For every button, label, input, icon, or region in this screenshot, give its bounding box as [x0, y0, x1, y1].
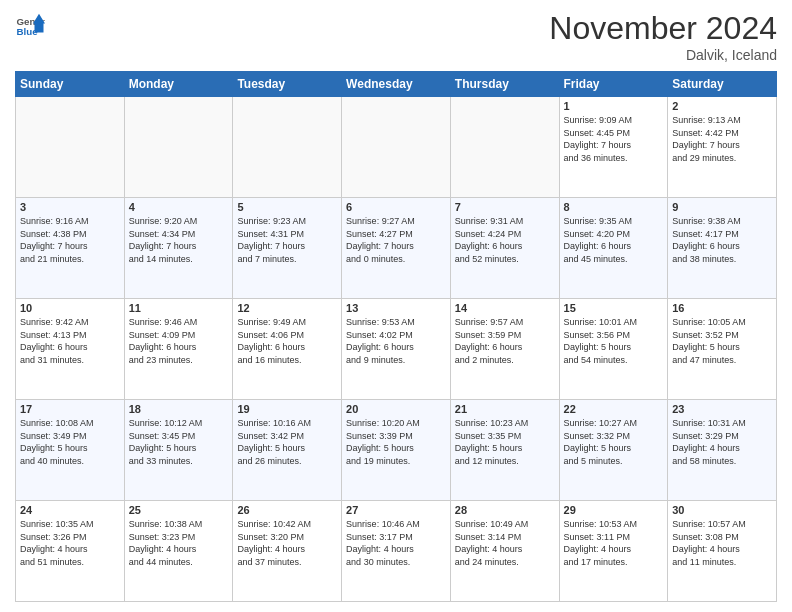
day-info: Sunrise: 10:23 AM Sunset: 3:35 PM Daylig…: [455, 417, 555, 467]
table-row: [342, 97, 451, 198]
day-number: 15: [564, 302, 664, 314]
table-row: 30Sunrise: 10:57 AM Sunset: 3:08 PM Dayl…: [668, 501, 777, 602]
calendar-week-2: 3Sunrise: 9:16 AM Sunset: 4:38 PM Daylig…: [16, 198, 777, 299]
header-tuesday: Tuesday: [233, 72, 342, 97]
day-info: Sunrise: 9:16 AM Sunset: 4:38 PM Dayligh…: [20, 215, 120, 265]
day-number: 6: [346, 201, 446, 213]
table-row: 27Sunrise: 10:46 AM Sunset: 3:17 PM Dayl…: [342, 501, 451, 602]
day-info: Sunrise: 10:01 AM Sunset: 3:56 PM Daylig…: [564, 316, 664, 366]
table-row: 11Sunrise: 9:46 AM Sunset: 4:09 PM Dayli…: [124, 299, 233, 400]
day-info: Sunrise: 10:38 AM Sunset: 3:23 PM Daylig…: [129, 518, 229, 568]
day-info: Sunrise: 10:35 AM Sunset: 3:26 PM Daylig…: [20, 518, 120, 568]
day-number: 1: [564, 100, 664, 112]
table-row: 29Sunrise: 10:53 AM Sunset: 3:11 PM Dayl…: [559, 501, 668, 602]
day-number: 24: [20, 504, 120, 516]
table-row: 15Sunrise: 10:01 AM Sunset: 3:56 PM Dayl…: [559, 299, 668, 400]
day-number: 7: [455, 201, 555, 213]
day-number: 21: [455, 403, 555, 415]
calendar-header-row: Sunday Monday Tuesday Wednesday Thursday…: [16, 72, 777, 97]
day-number: 3: [20, 201, 120, 213]
table-row: [450, 97, 559, 198]
day-info: Sunrise: 10:27 AM Sunset: 3:32 PM Daylig…: [564, 417, 664, 467]
table-row: 10Sunrise: 9:42 AM Sunset: 4:13 PM Dayli…: [16, 299, 125, 400]
header-saturday: Saturday: [668, 72, 777, 97]
day-number: 4: [129, 201, 229, 213]
day-number: 13: [346, 302, 446, 314]
table-row: [233, 97, 342, 198]
calendar-week-5: 24Sunrise: 10:35 AM Sunset: 3:26 PM Dayl…: [16, 501, 777, 602]
day-info: Sunrise: 9:09 AM Sunset: 4:45 PM Dayligh…: [564, 114, 664, 164]
day-info: Sunrise: 10:12 AM Sunset: 3:45 PM Daylig…: [129, 417, 229, 467]
header-friday: Friday: [559, 72, 668, 97]
table-row: 8Sunrise: 9:35 AM Sunset: 4:20 PM Daylig…: [559, 198, 668, 299]
day-number: 5: [237, 201, 337, 213]
table-row: 6Sunrise: 9:27 AM Sunset: 4:27 PM Daylig…: [342, 198, 451, 299]
table-row: 3Sunrise: 9:16 AM Sunset: 4:38 PM Daylig…: [16, 198, 125, 299]
day-info: Sunrise: 10:42 AM Sunset: 3:20 PM Daylig…: [237, 518, 337, 568]
day-number: 23: [672, 403, 772, 415]
table-row: 21Sunrise: 10:23 AM Sunset: 3:35 PM Dayl…: [450, 400, 559, 501]
calendar-week-3: 10Sunrise: 9:42 AM Sunset: 4:13 PM Dayli…: [16, 299, 777, 400]
table-row: 7Sunrise: 9:31 AM Sunset: 4:24 PM Daylig…: [450, 198, 559, 299]
table-row: 4Sunrise: 9:20 AM Sunset: 4:34 PM Daylig…: [124, 198, 233, 299]
table-row: 24Sunrise: 10:35 AM Sunset: 3:26 PM Dayl…: [16, 501, 125, 602]
day-info: Sunrise: 9:53 AM Sunset: 4:02 PM Dayligh…: [346, 316, 446, 366]
table-row: 17Sunrise: 10:08 AM Sunset: 3:49 PM Dayl…: [16, 400, 125, 501]
title-block: November 2024 Dalvik, Iceland: [549, 10, 777, 63]
header-thursday: Thursday: [450, 72, 559, 97]
header: General Blue November 2024 Dalvik, Icela…: [15, 10, 777, 63]
day-info: Sunrise: 9:27 AM Sunset: 4:27 PM Dayligh…: [346, 215, 446, 265]
day-info: Sunrise: 9:35 AM Sunset: 4:20 PM Dayligh…: [564, 215, 664, 265]
day-info: Sunrise: 9:49 AM Sunset: 4:06 PM Dayligh…: [237, 316, 337, 366]
month-title: November 2024: [549, 10, 777, 47]
day-number: 2: [672, 100, 772, 112]
table-row: 12Sunrise: 9:49 AM Sunset: 4:06 PM Dayli…: [233, 299, 342, 400]
day-number: 25: [129, 504, 229, 516]
day-info: Sunrise: 9:23 AM Sunset: 4:31 PM Dayligh…: [237, 215, 337, 265]
day-number: 17: [20, 403, 120, 415]
header-sunday: Sunday: [16, 72, 125, 97]
table-row: 18Sunrise: 10:12 AM Sunset: 3:45 PM Dayl…: [124, 400, 233, 501]
day-info: Sunrise: 9:46 AM Sunset: 4:09 PM Dayligh…: [129, 316, 229, 366]
day-number: 28: [455, 504, 555, 516]
table-row: 1Sunrise: 9:09 AM Sunset: 4:45 PM Daylig…: [559, 97, 668, 198]
day-number: 16: [672, 302, 772, 314]
day-number: 27: [346, 504, 446, 516]
day-number: 19: [237, 403, 337, 415]
day-info: Sunrise: 9:31 AM Sunset: 4:24 PM Dayligh…: [455, 215, 555, 265]
table-row: 28Sunrise: 10:49 AM Sunset: 3:14 PM Dayl…: [450, 501, 559, 602]
calendar-week-4: 17Sunrise: 10:08 AM Sunset: 3:49 PM Dayl…: [16, 400, 777, 501]
day-info: Sunrise: 9:57 AM Sunset: 3:59 PM Dayligh…: [455, 316, 555, 366]
logo: General Blue: [15, 10, 45, 40]
day-number: 12: [237, 302, 337, 314]
table-row: 23Sunrise: 10:31 AM Sunset: 3:29 PM Dayl…: [668, 400, 777, 501]
table-row: 16Sunrise: 10:05 AM Sunset: 3:52 PM Dayl…: [668, 299, 777, 400]
day-info: Sunrise: 10:53 AM Sunset: 3:11 PM Daylig…: [564, 518, 664, 568]
day-number: 8: [564, 201, 664, 213]
page: General Blue November 2024 Dalvik, Icela…: [0, 0, 792, 612]
day-info: Sunrise: 9:20 AM Sunset: 4:34 PM Dayligh…: [129, 215, 229, 265]
calendar-table: Sunday Monday Tuesday Wednesday Thursday…: [15, 71, 777, 602]
day-info: Sunrise: 10:05 AM Sunset: 3:52 PM Daylig…: [672, 316, 772, 366]
day-number: 9: [672, 201, 772, 213]
day-info: Sunrise: 10:20 AM Sunset: 3:39 PM Daylig…: [346, 417, 446, 467]
calendar-week-1: 1Sunrise: 9:09 AM Sunset: 4:45 PM Daylig…: [16, 97, 777, 198]
table-row: 5Sunrise: 9:23 AM Sunset: 4:31 PM Daylig…: [233, 198, 342, 299]
table-row: 19Sunrise: 10:16 AM Sunset: 3:42 PM Dayl…: [233, 400, 342, 501]
day-info: Sunrise: 10:16 AM Sunset: 3:42 PM Daylig…: [237, 417, 337, 467]
header-monday: Monday: [124, 72, 233, 97]
day-number: 14: [455, 302, 555, 314]
day-number: 11: [129, 302, 229, 314]
subtitle: Dalvik, Iceland: [549, 47, 777, 63]
day-info: Sunrise: 10:46 AM Sunset: 3:17 PM Daylig…: [346, 518, 446, 568]
table-row: 20Sunrise: 10:20 AM Sunset: 3:39 PM Dayl…: [342, 400, 451, 501]
day-info: Sunrise: 10:08 AM Sunset: 3:49 PM Daylig…: [20, 417, 120, 467]
day-info: Sunrise: 9:38 AM Sunset: 4:17 PM Dayligh…: [672, 215, 772, 265]
day-number: 10: [20, 302, 120, 314]
table-row: 25Sunrise: 10:38 AM Sunset: 3:23 PM Dayl…: [124, 501, 233, 602]
day-number: 18: [129, 403, 229, 415]
table-row: 14Sunrise: 9:57 AM Sunset: 3:59 PM Dayli…: [450, 299, 559, 400]
table-row: 26Sunrise: 10:42 AM Sunset: 3:20 PM Dayl…: [233, 501, 342, 602]
day-info: Sunrise: 9:42 AM Sunset: 4:13 PM Dayligh…: [20, 316, 120, 366]
day-number: 26: [237, 504, 337, 516]
